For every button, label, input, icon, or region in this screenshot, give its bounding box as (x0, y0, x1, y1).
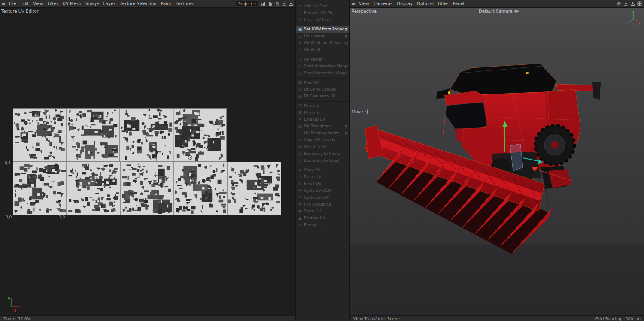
rear-wheel[interactable] (535, 125, 574, 165)
uv-command-boundary-to-circle[interactable]: ◯Boundary to Circle (296, 150, 349, 157)
command-label: UV Weld (304, 48, 320, 52)
menu-layer[interactable]: Layer (101, 1, 118, 6)
uv-command-store-uv[interactable]: ▼Store UV (296, 208, 349, 215)
uv-command-fit-canvas-to-uv[interactable]: ◰Fit Canvas to UV (296, 93, 349, 100)
chart-icon[interactable] (260, 1, 266, 6)
perspective-viewport[interactable]: Perspective Default Camera Move Y Z X (350, 8, 644, 315)
hand-icon[interactable] (274, 1, 280, 6)
uv-command-uv-straighten[interactable]: ▤UV Straighten⚙ (296, 123, 349, 130)
uv-command-remove-uv-pins[interactable]: ⊖Remove UV Pins (296, 9, 349, 16)
uv-command-cycle-uv-ccw[interactable]: ↶Cycle UV CCW (296, 187, 349, 194)
save-arrow-icon[interactable] (288, 1, 294, 6)
command-label: Flip Sequence (304, 202, 331, 206)
menu-cameras[interactable]: Cameras (371, 1, 395, 6)
command-label: Reset UV (304, 182, 322, 186)
download-arrow-icon[interactable] (281, 1, 287, 6)
viewport-menubar: ≡ ViewCamerasDisplayOptionsFilterPanel (350, 0, 644, 8)
uv-command-paste-uv[interactable]: ⊡Paste UV (296, 173, 349, 180)
viewport-camera-label[interactable]: Default Camera (479, 9, 519, 14)
uv-command-uv-weld[interactable]: ⊔UV Weld (296, 46, 349, 53)
gear-icon[interactable]: ⚙ (344, 34, 348, 39)
menu-view[interactable]: View (31, 1, 46, 6)
uv-command-cycle-uv-cw[interactable]: ↷Cycle UV CW (296, 194, 349, 201)
uv-command-uv-unwrap[interactable]: ▢UV Unwrap⚙ (296, 33, 349, 39)
download-arrow-icon[interactable] (623, 1, 629, 6)
fit-uv-to-canvas-icon: ◱ (298, 87, 303, 91)
uv-command-align-uv-islands[interactable]: ⊞Align UV Islands (296, 136, 349, 143)
gear-icon[interactable]: ⚙ (344, 41, 348, 45)
harvester-model[interactable] (365, 64, 601, 254)
copy-uv-icon: ⧉ (298, 168, 303, 173)
menu-paint[interactable]: Paint (158, 1, 173, 6)
uv-command-mirror-u[interactable]: ◫Mirror U (296, 102, 349, 109)
uv-command-boundary-to-quad[interactable]: ▱Boundary to Quad (296, 157, 349, 164)
v-axis-label: V (8, 297, 11, 301)
viewport-canvas[interactable] (350, 8, 644, 315)
uv-command-line-up-uv[interactable]: ≡Line Up UV (296, 116, 349, 123)
uv-command-uv-weld-and-relax[interactable]: ≋UV Weld and Relax⚙ (296, 39, 349, 46)
layout-icon[interactable] (636, 1, 642, 6)
command-label: Clear UV Pins (304, 18, 330, 22)
uv-command-flip-sequence[interactable]: ⇄Flip Sequence (296, 201, 349, 208)
uv-command-copy-uv[interactable]: ⧉Copy UV (296, 167, 349, 173)
menu-edit[interactable]: Edit (18, 1, 31, 6)
uv-command-add-uv-pins[interactable]: ⊕Add UV Pins (296, 3, 349, 9)
uv-canvas[interactable] (13, 108, 281, 215)
uv-command-list: ⊕Add UV Pins⊖Remove UV Pins⊘Clear UV Pin… (296, 0, 349, 228)
clear-uv-pins-icon: ⊘ (298, 18, 303, 22)
menu-display[interactable]: Display (395, 1, 415, 6)
menu-texture-selection[interactable]: Texture Selection (118, 1, 159, 6)
uv-command-stop-interactive-mapping[interactable]: ◻Stop Interactive Mapping (296, 70, 349, 76)
menu-image[interactable]: Image (83, 1, 101, 6)
uv-command-clear-uv-pins[interactable]: ⊘Clear UV Pins (296, 16, 349, 23)
command-label: Restore UV (304, 216, 325, 220)
menu-filter[interactable]: Filter (436, 1, 451, 6)
menu-panel[interactable]: Panel (450, 1, 466, 6)
command-label: Store UV (304, 209, 321, 213)
gear-icon[interactable]: ⚙ (344, 131, 348, 136)
uv-command-unstitch-uv[interactable]: ⋈Unstitch UV (296, 143, 349, 150)
uv-command-restore-uv[interactable]: ▲Restore UV (296, 215, 349, 221)
uv-weld-icon: ⊔ (298, 48, 303, 52)
max-uv-icon: ▦ (298, 80, 303, 85)
command-label: Unstitch UV (304, 145, 327, 149)
uv-command-fit-uv-to-canvas[interactable]: ◱Fit UV to Canvas (296, 86, 349, 93)
viewport-view-label[interactable]: Perspective (352, 9, 377, 14)
uv-command-uv-peeler[interactable]: ◿UV Peeler (296, 56, 349, 63)
menu-view[interactable]: View (357, 1, 371, 6)
add-uv-pins-icon: ⊕ (298, 4, 303, 8)
uv-command-reset-uv[interactable]: ↻Reset UV (296, 180, 349, 187)
command-label: Fit Canvas to UV (304, 94, 336, 98)
menu-uv-mesh[interactable]: UV Mesh (61, 1, 84, 6)
lock-icon[interactable] (267, 1, 273, 6)
zoom-level: Zoom: 52.0% (3, 316, 31, 321)
rear-spreader[interactable] (541, 166, 571, 189)
menu-textures[interactable]: Textures (173, 1, 196, 6)
uv-command-max-uv[interactable]: ▦Max UV (296, 79, 349, 86)
hamburger-menu-icon[interactable]: ≡ (350, 1, 357, 6)
gear-icon[interactable]: ⚙ (344, 27, 348, 32)
uv-command-mirror-v[interactable]: ⊟Mirror V (296, 109, 349, 116)
command-label: Cycle UV CCW (304, 188, 332, 193)
menu-options[interactable]: Options (415, 1, 436, 6)
u-axis-label: U (13, 309, 16, 313)
save-arrow-icon[interactable] (629, 1, 635, 6)
uv-command-remap[interactable]: ⊛Remap... (296, 221, 349, 228)
uv-command-start-interactive-mapping[interactable]: ▷Start Interactive Mapping (296, 63, 349, 70)
project-dropdown-label: Project (238, 1, 252, 6)
menu-filter[interactable]: Filter (46, 1, 61, 6)
axis-x-label: X (638, 22, 640, 26)
uv-editor-statusbar: Zoom: 52.0% (0, 315, 295, 321)
menu-file[interactable]: File (7, 1, 18, 6)
project-dropdown[interactable]: Project ▾ (236, 1, 258, 6)
gear-icon[interactable]: ⚙ (344, 124, 348, 129)
uv-command-uv-rectangularize[interactable]: ▭UV Rectangularize⚙ (296, 130, 349, 136)
command-group-separator (296, 53, 349, 55)
hand-icon[interactable] (616, 1, 622, 6)
command-label: Remove UV Pins (304, 11, 335, 15)
boundary-to-quad-icon: ▱ (298, 158, 303, 163)
uv-command-set-uvw-from-projection[interactable]: ▣Set UVW from Projection⚙ (296, 26, 349, 33)
command-label: UV Unwrap (304, 34, 325, 38)
tool-name: Move (352, 109, 363, 114)
hamburger-menu-icon[interactable]: ≡ (0, 1, 7, 6)
